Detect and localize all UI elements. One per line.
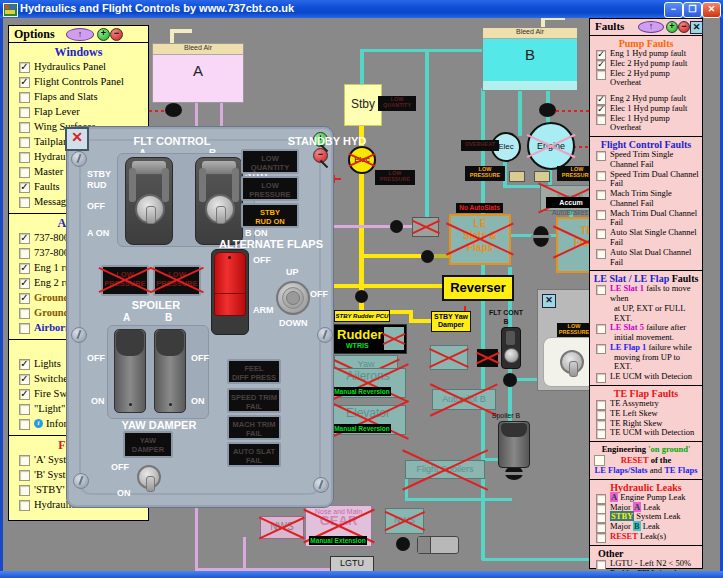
fault-checkbox-row[interactable]: Elec 2 Hyd pump Overheat (590, 69, 702, 89)
yaw-damper-switch[interactable] (137, 465, 161, 489)
window-titlebar[interactable]: Hydraulics and Flight Controls by www.73… (0, 0, 723, 18)
checkbox-unchecked[interactable] (19, 197, 30, 208)
checkbox-unchecked[interactable] (596, 229, 606, 239)
hydraulic-tank-a[interactable]: Bleed Air A (152, 43, 244, 103)
checkbox-unchecked[interactable] (19, 137, 30, 148)
checkbox-unchecked[interactable] (596, 344, 606, 354)
flight-spoilers-box[interactable]: Flight Spoilers (405, 460, 485, 479)
fault-checkbox-row[interactable]: LE Flap 1 failure whilemoving from UP to… (590, 343, 702, 372)
fault-checkbox-row[interactable]: Mach Trim Dual Channel Fail (590, 209, 702, 229)
restore-button[interactable]: ❐ (683, 2, 702, 18)
panel-close-icon[interactable]: ✕ (65, 127, 89, 151)
checkbox-unchecked[interactable] (19, 152, 30, 163)
stby-yaw-damper-box[interactable]: STBY Yaw Damper (431, 311, 471, 332)
options-checkbox-row[interactable]: Flaps and Slats (9, 90, 148, 105)
checkbox-checked[interactable]: ✓ (19, 374, 30, 385)
faults-zoom-in-button[interactable]: + (666, 21, 678, 33)
spoiler-a-switch[interactable] (114, 329, 146, 413)
checkbox-unchecked[interactable] (596, 190, 606, 200)
checkbox-checked[interactable]: ✓ (19, 389, 30, 400)
options-checkbox-row[interactable]: Flap Lever (9, 105, 148, 120)
fault-checkbox-row[interactable]: Speed Trim Single Channel Fail (590, 150, 702, 170)
fault-checkbox-row[interactable]: LE Slat 1 fails to move whenat UP, EXT o… (590, 284, 702, 323)
shutoff-valve[interactable] (539, 103, 556, 117)
options-collapse-button[interactable]: ↑ (66, 28, 94, 41)
checkbox-unchecked[interactable] (596, 373, 606, 383)
checkbox-checked[interactable]: ✓ (19, 359, 30, 370)
fault-checkbox-row[interactable]: TE UCM with Detection (590, 428, 702, 438)
checkbox-unchecked[interactable] (19, 248, 30, 259)
checkbox-unchecked[interactable] (596, 533, 606, 543)
eng1-pump-switch[interactable] (560, 350, 584, 374)
checkbox-unchecked[interactable] (19, 308, 30, 319)
checkbox-checked[interactable]: ✓ (19, 278, 30, 289)
faults-close-icon[interactable]: ✕ (690, 21, 703, 34)
spoiler-b-switch[interactable] (498, 421, 530, 468)
valve[interactable] (533, 226, 549, 247)
checkbox-unchecked[interactable] (19, 107, 30, 118)
nws-box-1[interactable]: NWS (260, 516, 304, 539)
alternate-flaps-knob[interactable] (276, 281, 310, 315)
reverser-box[interactable]: Reverser (442, 275, 514, 301)
checkbox-unchecked[interactable] (596, 70, 606, 80)
fault-checkbox-row[interactable]: Auto Slat Single Channel Fail (590, 228, 702, 248)
le-slats-flaps-box[interactable]: LE Slats & Flaps (449, 214, 511, 265)
minimize-button[interactable]: − (664, 2, 683, 18)
eng-window-close-icon[interactable]: ✕ (542, 294, 556, 308)
fault-checkbox-row[interactable]: LE UCM with Detecion (590, 372, 702, 382)
fault-checkbox-row[interactable]: Auto Slat Dual Channel Fail (590, 248, 702, 268)
fault-checkbox-row[interactable]: Speed Trim Dual Channel Fail (590, 170, 702, 190)
fault-checkbox-row[interactable]: LE Slat 5 failure afterinitial movement. (590, 323, 702, 343)
checkbox-checked[interactable]: ✓ (19, 263, 30, 274)
options-checkbox-row[interactable]: ✓Flight Controls Panel (9, 75, 148, 90)
faults-zoom-out-button[interactable]: − (678, 21, 690, 33)
nws-box-2[interactable]: NWS (385, 508, 424, 534)
checkbox-checked[interactable]: ✓ (19, 62, 30, 73)
engine-pump[interactable]: Engine (527, 122, 575, 170)
checkbox-checked[interactable]: ✓ (19, 233, 30, 244)
checkbox-unchecked[interactable] (596, 210, 606, 220)
checkbox-unchecked[interactable] (596, 115, 606, 125)
lgtu-box[interactable]: LGTU (330, 556, 374, 572)
close-button[interactable]: ✕ (702, 2, 721, 18)
flt-control-a-switch[interactable] (125, 157, 173, 245)
flt-cont-b-switch[interactable] (501, 327, 521, 369)
checkbox-unchecked[interactable] (596, 285, 606, 295)
checkbox-unchecked[interactable] (596, 324, 606, 334)
shutoff-valve[interactable] (165, 103, 182, 117)
elec-pump-1[interactable]: Elec (348, 146, 376, 174)
checkbox-unchecked[interactable] (594, 455, 605, 466)
checkbox-unchecked[interactable] (19, 470, 30, 481)
checkbox-unchecked[interactable] (19, 167, 30, 178)
autopilot-b-box[interactable]: Autopilot B (432, 389, 496, 410)
fault-checkbox-row[interactable]: Elec 1 Hyd pump Overheat (590, 114, 702, 134)
checkbox-unchecked[interactable] (596, 171, 606, 181)
checkbox-unchecked[interactable] (596, 249, 606, 259)
alternate-flaps-guard-switch[interactable] (211, 249, 249, 335)
checkbox-checked[interactable]: ✓ (19, 293, 30, 304)
options-zoom-out-button[interactable]: − (110, 28, 123, 41)
checkbox-unchecked[interactable] (596, 429, 606, 439)
checkbox-unchecked[interactable] (19, 122, 30, 133)
checkbox-unchecked[interactable] (596, 151, 606, 161)
checkbox-unchecked[interactable] (19, 404, 30, 415)
valve[interactable] (505, 466, 523, 480)
checkbox-unchecked[interactable] (19, 500, 30, 511)
flt-control-b-switch[interactable] (195, 157, 243, 245)
elevator-box[interactable]: Elevator Manual Reversion (330, 405, 406, 435)
checkbox-checked[interactable]: ✓ (19, 182, 30, 193)
ailerons-box[interactable]: Ailerons Manual Reversion (330, 368, 406, 398)
fault-checkbox-row[interactable]: RESET Leak(s) (590, 532, 702, 542)
spoiler-b-switch[interactable] (154, 329, 186, 413)
checkbox-unchecked[interactable] (19, 92, 30, 103)
checkbox-unchecked[interactable] (19, 485, 30, 496)
checkbox-checked[interactable]: ✓ (19, 77, 30, 88)
checkbox-unchecked[interactable] (19, 419, 30, 430)
rudder-box[interactable]: Rudder WTRIS (333, 324, 407, 354)
checkbox-unchecked[interactable] (19, 455, 30, 466)
fault-checkbox-row[interactable]: Mach Trim Single Channel Fail (590, 189, 702, 209)
faults-collapse-button[interactable]: ↑ (638, 21, 664, 33)
standby-tank[interactable]: Stby (344, 84, 382, 126)
yaw-damper-small-box[interactable] (430, 345, 468, 370)
hydraulic-tank-b[interactable]: Bleed Air B (482, 27, 578, 91)
